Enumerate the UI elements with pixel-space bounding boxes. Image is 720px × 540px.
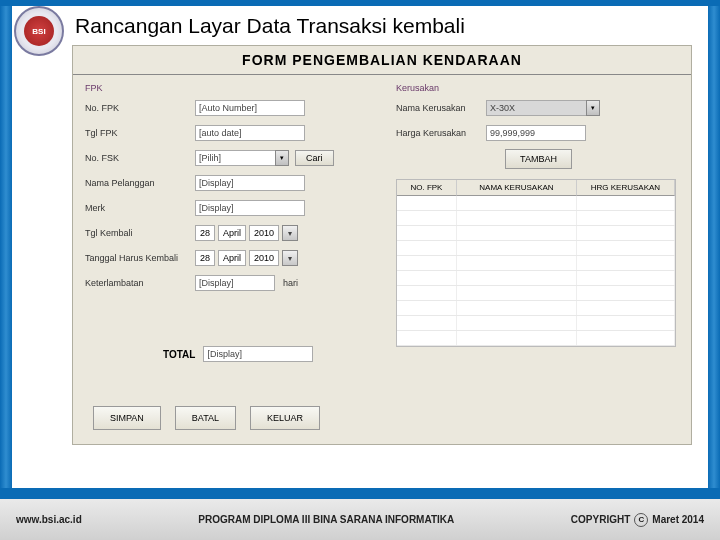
keterlambatan-unit: hari [283, 278, 298, 288]
chevron-down-icon[interactable]: ▾ [586, 100, 600, 116]
no-fpk-field[interactable]: [Auto Number] [195, 100, 305, 116]
table-col-harga: HRG KERUSAKAN [577, 180, 675, 196]
footer-url: www.bsi.ac.id [16, 514, 82, 525]
nama-kerusakan-value[interactable]: X-30X [486, 100, 586, 116]
table-body[interactable] [397, 196, 675, 346]
merk-label: Merk [85, 203, 195, 213]
form-header: FORM PENGEMBALIAN KENDARAAN [73, 46, 691, 74]
tgl-fpk-field[interactable]: [auto date] [195, 125, 305, 141]
tgl-harus-year[interactable]: 2010 [249, 250, 279, 266]
keterlambatan-field[interactable]: [Display] [195, 275, 275, 291]
tgl-harus-date[interactable]: 28 April 2010 ▾ [195, 250, 298, 266]
tgl-kembali-year[interactable]: 2010 [249, 225, 279, 241]
logo: BSI [14, 6, 64, 56]
keterlambatan-label: Keterlambatan [85, 278, 195, 288]
tgl-kembali-day[interactable]: 28 [195, 225, 215, 241]
chevron-down-icon[interactable]: ▾ [282, 225, 298, 241]
tambah-button[interactable]: TAMBAH [505, 149, 572, 169]
tgl-fpk-label: Tgl FPK [85, 128, 195, 138]
page-title: Rancangan Layar Data Transaksi kembali [75, 14, 465, 38]
kerusakan-table: NO. FPK NAMA KERUSAKAN HRG KERUSAKAN [396, 179, 676, 347]
harga-kerusakan-field[interactable]: 99,999,999 [486, 125, 586, 141]
footer-date: Maret 2014 [652, 514, 704, 525]
tgl-kembali-date[interactable]: 28 April 2010 ▾ [195, 225, 298, 241]
no-fsk-value[interactable]: [Pilih] [195, 150, 275, 166]
footer: www.bsi.ac.id PROGRAM DIPLOMA III BINA S… [0, 496, 720, 540]
footer-copyright: COPYRIGHT [571, 514, 630, 525]
tgl-kembali-month[interactable]: April [218, 225, 246, 241]
footer-center: PROGRAM DIPLOMA III BINA SARANA INFORMAT… [82, 514, 571, 525]
chevron-down-icon[interactable]: ▾ [282, 250, 298, 266]
table-col-no-fpk: NO. FPK [397, 180, 457, 196]
tgl-harus-label: Tanggal Harus Kembali [85, 253, 195, 263]
total-label: TOTAL [163, 349, 195, 360]
batal-button[interactable]: BATAL [175, 406, 236, 430]
nama-kerusakan-combo[interactable]: X-30X ▾ [486, 100, 600, 116]
form-window: FORM PENGEMBALIAN KENDARAAN FPK No. FPK … [72, 45, 692, 445]
tgl-harus-day[interactable]: 28 [195, 250, 215, 266]
no-fsk-label: No. FSK [85, 153, 195, 163]
cari-button[interactable]: Cari [295, 150, 334, 166]
tgl-harus-month[interactable]: April [218, 250, 246, 266]
copyright-icon: C [634, 513, 648, 527]
chevron-down-icon[interactable]: ▾ [275, 150, 289, 166]
nama-pelanggan-field[interactable]: [Display] [195, 175, 305, 191]
fpk-section-label: FPK [85, 83, 384, 93]
total-field[interactable]: [Display] [203, 346, 313, 362]
nama-pelanggan-label: Nama Pelanggan [85, 178, 195, 188]
table-col-nama: NAMA KERUSAKAN [457, 180, 577, 196]
no-fsk-combo[interactable]: [Pilih] ▾ [195, 150, 289, 166]
nama-kerusakan-label: Nama Kerusakan [396, 103, 486, 113]
tgl-kembali-label: Tgl Kembali [85, 228, 195, 238]
simpan-button[interactable]: SIMPAN [93, 406, 161, 430]
kerusakan-section-label: Kerusakan [396, 83, 681, 93]
harga-kerusakan-label: Harga Kerusakan [396, 128, 486, 138]
no-fpk-label: No. FPK [85, 103, 195, 113]
keluar-button[interactable]: KELUAR [250, 406, 320, 430]
merk-field[interactable]: [Display] [195, 200, 305, 216]
